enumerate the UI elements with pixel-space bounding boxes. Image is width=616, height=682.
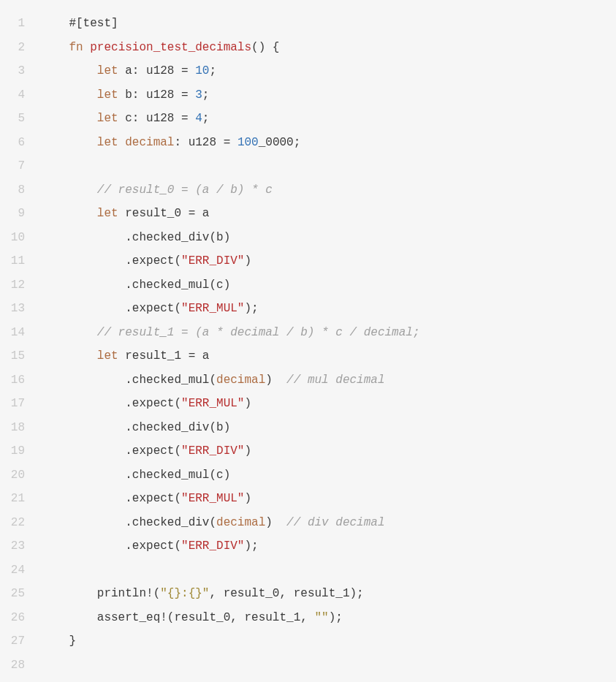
- code-line: 14 // result_1 = (a * decimal / b) * c /…: [0, 321, 616, 345]
- code-token: let: [97, 64, 118, 77]
- code-token: "ERR_MUL": [181, 492, 244, 505]
- code-token: ;: [202, 112, 210, 125]
- code-token: ): [244, 397, 251, 410]
- code-line: 13 .expect("ERR_MUL");: [0, 297, 616, 321]
- code-line: 15 let result_1 = a: [0, 344, 616, 368]
- line-number: 2: [0, 36, 41, 60]
- code-token: );: [329, 611, 343, 624]
- code-token: .checked_div(b): [41, 231, 230, 244]
- line-number: 26: [0, 606, 41, 630]
- line-number: 8: [0, 178, 41, 202]
- line-number: 15: [0, 344, 41, 368]
- code-content: .expect("ERR_MUL");: [41, 297, 616, 321]
- code-line: 25 println!("{}:{}", result_0, result_1)…: [0, 582, 616, 606]
- code-token: let: [97, 207, 118, 220]
- code-line: 17 .expect("ERR_MUL"): [0, 392, 616, 416]
- code-token: b: u128 =: [118, 88, 196, 102]
- code-token: [41, 64, 97, 77]
- code-token: );: [244, 302, 258, 315]
- code-token: "ERR_DIV": [181, 254, 244, 268]
- code-token: [41, 41, 69, 54]
- line-number: 20: [0, 463, 41, 488]
- code-line: 8 // result_0 = (a / b) * c: [0, 178, 616, 202]
- line-number: 6: [0, 131, 41, 155]
- code-line: 1 #[test]: [0, 12, 616, 36]
- code-token: .expect(: [41, 302, 181, 315]
- code-content: let result_1 = a: [41, 344, 616, 368]
- code-content: .checked_div(b): [41, 226, 616, 250]
- code-token: // result_1 = (a * decimal / b) * c / de…: [97, 326, 420, 339]
- code-token: );: [244, 539, 258, 553]
- code-token: .checked_mul(c): [41, 279, 230, 292]
- code-token: [41, 136, 97, 149]
- code-line: 21 .expect("ERR_MUL"): [0, 487, 616, 511]
- line-number: 21: [0, 487, 41, 511]
- code-token: decimal: [125, 136, 174, 149]
- code-token: .checked_mul(c): [41, 469, 230, 482]
- code-line: 28: [0, 653, 616, 678]
- code-token: .expect(: [41, 254, 181, 268]
- code-token: [41, 112, 97, 125]
- code-token: .expect(: [41, 539, 181, 553]
- code-line: 18 .checked_div(b): [0, 416, 616, 440]
- line-number: 17: [0, 392, 41, 416]
- code-content: .expect("ERR_DIV"): [41, 439, 616, 463]
- code-line: 7: [0, 154, 616, 178]
- code-content: // result_0 = (a / b) * c: [41, 178, 616, 202]
- line-number: 4: [0, 83, 41, 107]
- code-token: , result_0, result_1);: [209, 587, 363, 600]
- code-token: .checked_div(: [41, 516, 216, 529]
- code-content: .checked_mul(c): [41, 463, 616, 488]
- code-token: ): [244, 444, 251, 458]
- code-token: [118, 136, 126, 149]
- code-token: 10: [195, 64, 209, 77]
- code-line: 22 .checked_div(decimal) // div decimal: [0, 511, 616, 535]
- code-line: 23 .expect("ERR_DIV");: [0, 534, 616, 558]
- code-line: 3 let a: u128 = 10;: [0, 59, 616, 83]
- code-line: 10 .checked_div(b): [0, 226, 616, 250]
- code-token: "{}:{}": [160, 587, 209, 600]
- code-token: .expect(: [41, 397, 181, 410]
- code-line: 11 .expect("ERR_DIV"): [0, 249, 616, 273]
- code-token: "": [314, 611, 328, 624]
- line-number: 3: [0, 59, 41, 83]
- code-line: 6 let decimal: u128 = 100_0000;: [0, 131, 616, 155]
- code-token: let: [97, 349, 118, 363]
- line-number: 1: [0, 12, 41, 36]
- line-number: 13: [0, 297, 41, 321]
- code-token: .checked_div(b): [41, 421, 230, 434]
- code-content: fn precision_test_decimals() {: [41, 36, 616, 60]
- code-token: #[test]: [69, 17, 118, 30]
- code-token: .expect(: [41, 444, 181, 458]
- code-token: fn: [69, 41, 83, 54]
- code-token: // result_0 = (a / b) * c: [97, 183, 273, 197]
- line-number: 5: [0, 107, 41, 131]
- code-token: }: [41, 634, 76, 648]
- line-number: 7: [0, 154, 41, 178]
- code-token: let: [97, 88, 118, 102]
- code-line: 12 .checked_mul(c): [0, 273, 616, 298]
- line-number: 14: [0, 321, 41, 345]
- code-token: [41, 88, 97, 102]
- code-content: .expect("ERR_DIV");: [41, 534, 616, 558]
- code-token: result_1 = a: [118, 349, 210, 363]
- code-token: result_0 = a: [118, 207, 210, 220]
- line-number: 25: [0, 582, 41, 606]
- code-token: "ERR_DIV": [181, 539, 244, 553]
- code-token: c: u128 =: [118, 112, 196, 125]
- code-line: 4 let b: u128 = 3;: [0, 83, 616, 107]
- code-token: [41, 17, 69, 30]
- code-content: let b: u128 = 3;: [41, 83, 616, 107]
- code-token: _0000;: [259, 136, 301, 149]
- code-token: "ERR_MUL": [181, 302, 244, 315]
- code-token: ): [265, 374, 286, 387]
- code-content: let c: u128 = 4;: [41, 107, 616, 131]
- code-content: .expect("ERR_MUL"): [41, 487, 616, 511]
- line-number: 24: [0, 558, 41, 583]
- code-token: println!(: [41, 587, 160, 600]
- code-editor: 1 #[test]2 fn precision_test_decimals() …: [0, 0, 616, 682]
- code-content: .checked_div(decimal) // div decimal: [41, 511, 616, 535]
- code-token: 3: [195, 88, 202, 102]
- line-number: 28: [0, 653, 41, 678]
- code-content: }: [41, 629, 616, 653]
